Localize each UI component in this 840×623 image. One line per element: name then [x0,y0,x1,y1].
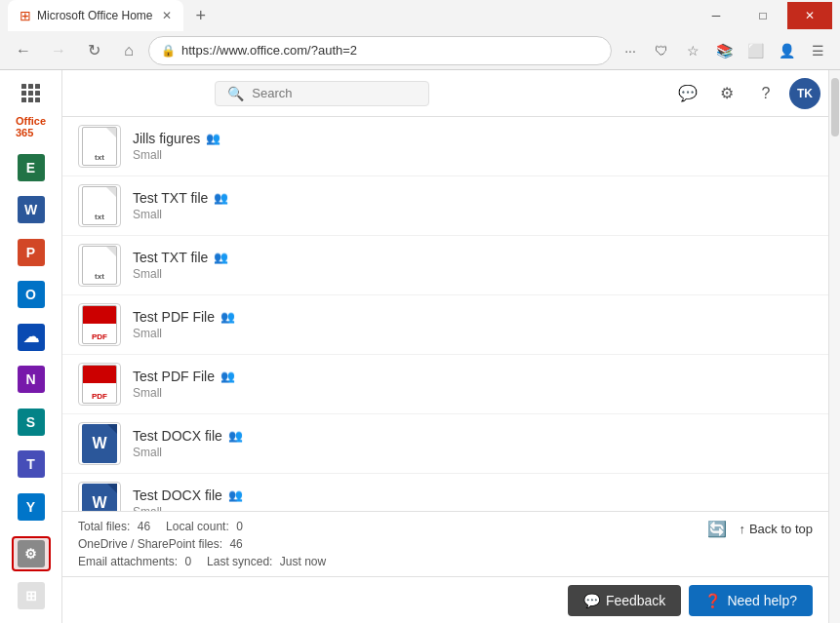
feedback-icon: 💬 [583,593,600,608]
need-help-button[interactable]: ❓ Need help? [689,585,813,616]
tab-favicon: ⊞ [20,8,31,23]
file-icon: W [78,482,121,511]
header-icons: 💬 ⚙ ? TK [672,78,820,109]
sidebar-app-excel[interactable]: E [12,150,51,185]
last-synced-label: Last synced: Just now [207,555,326,568]
minimize-button[interactable]: ─ [694,2,739,29]
browser-view-button[interactable]: ⬜ [740,36,770,65]
txt-file-icon: txt [82,246,117,285]
profile-button[interactable]: 👤 [772,36,801,65]
sidebar-app-word[interactable]: W [12,192,51,227]
sidebar-app-powerpoint[interactable]: P [12,235,51,270]
bookmark-button[interactable]: ☆ [678,36,707,65]
file-item[interactable]: Test PDF File 👥 Small [62,295,828,355]
search-icon: 🔍 [227,86,244,101]
word-file-icon: W [82,424,117,463]
local-count-label: Local count: 0 [166,520,243,533]
help-button[interactable]: ? [750,78,781,109]
sidebar-app-dashboard[interactable]: ⊞ [12,579,51,614]
more-options-button[interactable]: ··· [616,36,645,65]
security-icon: 🔒 [161,44,176,58]
sidebar-app-yammer[interactable]: Y [12,489,51,525]
share-icon: 👥 [228,488,243,502]
main-content: 🔍 💬 ⚙ ? TK txt Jills [62,70,828,623]
outlook-icon: O [18,281,45,308]
pdf-file-icon [82,305,117,344]
collections-button[interactable]: 📚 [709,36,739,65]
word-file-icon: W [82,484,117,511]
home-button[interactable]: ⌂ [113,35,144,66]
file-name-text: Test PDF File [133,369,215,384]
tab-close-button[interactable]: ✕ [162,9,172,22]
feedback-button[interactable]: 💬 Feedback [568,585,681,616]
excel-icon: E [18,154,45,181]
file-info: Test DOCX file 👥 Small [133,487,813,511]
sidebar-app-outlook[interactable]: O [12,278,51,313]
file-name: Test TXT file 👥 [133,250,813,265]
back-to-top-arrow: ↑ [739,522,745,536]
sidebar-app-sharepoint[interactable]: S [12,405,51,440]
tab-title: Microsoft Office Home [37,9,152,22]
menu-button[interactable]: ☰ [803,36,832,65]
total-files-label: Total files: 46 [78,520,150,533]
share-icon: 👥 [206,132,220,145]
back-to-top-label: Back to top [749,522,813,536]
file-icon: txt [78,184,121,227]
maximize-button[interactable]: □ [740,2,785,29]
scroll-thumb[interactable] [831,78,839,136]
share-icon: 👥 [228,429,243,443]
file-item[interactable]: txt Test TXT file 👥 Small [62,176,828,236]
sidebar-app-teams[interactable]: T [12,448,51,483]
powerpoint-icon: P [18,239,45,266]
file-item[interactable]: txt Jills figures 👥 Small [62,117,828,176]
file-info: Test TXT file 👥 Small [133,190,813,221]
file-icon [78,363,121,406]
search-input[interactable] [252,86,408,100]
onenote-icon: N [18,366,45,393]
sidebar-app-onedrive[interactable]: ☁ [12,320,51,355]
scrollbar[interactable] [828,70,840,623]
office-logo: Office365 [16,115,46,138]
stats-line-1: Total files: 46 Local count: 0 [78,520,326,533]
app-container: Office365 E W P O ☁ N S T Y ⚙ [0,70,840,623]
settings-button[interactable]: ⚙ [711,78,742,109]
file-name-text: Test PDF File [133,309,215,325]
file-size: Small [133,208,813,221]
word-icon: W [18,196,45,223]
yammer-icon: Y [18,493,45,521]
app-top-bar: 🔍 💬 ⚙ ? TK [62,70,828,117]
refresh-button[interactable]: ↻ [78,35,109,66]
txt-file-icon: txt [82,127,117,166]
admin-icon: ⚙ [18,540,45,567]
forward-button[interactable]: → [43,35,74,66]
refresh-sync-button[interactable]: 🔄 [707,520,727,538]
shield-button[interactable]: 🛡 [647,36,676,65]
summary-stats: Total files: 46 Local count: 0 OneDrive … [78,520,326,568]
file-item[interactable]: Test PDF File 👥 Small [62,355,828,414]
file-item[interactable]: W Test DOCX file 👥 Small [62,474,828,511]
back-to-top-button[interactable]: ↑ Back to top [739,522,813,536]
sidebar-app-admin[interactable]: ⚙ [12,536,51,571]
tab-bar: ⊞ Microsoft Office Home ✕ + [8,0,214,31]
file-name: Test DOCX file 👥 [133,487,813,503]
sidebar: Office365 E W P O ☁ N S T Y ⚙ [0,70,62,623]
file-item[interactable]: W Test DOCX file 👥 Small [62,414,828,474]
file-item[interactable]: txt Test TXT file 👥 Small [62,236,828,295]
waffle-button[interactable] [14,78,49,109]
back-button[interactable]: ← [8,35,39,66]
sidebar-app-onenote[interactable]: N [12,363,51,398]
summary-content: Total files: 46 Local count: 0 OneDrive … [78,520,813,568]
message-button[interactable]: 💬 [672,78,703,109]
pdf-file-icon [82,365,117,404]
file-name: Test TXT file 👥 [133,190,813,206]
file-ext: txt [95,213,104,221]
new-tab-button[interactable]: + [187,6,214,26]
file-name: Test DOCX file 👥 [133,428,813,444]
user-avatar[interactable]: TK [789,78,820,109]
file-size: Small [133,327,813,340]
search-box[interactable]: 🔍 [215,81,429,106]
close-button[interactable]: ✕ [787,2,832,29]
active-tab[interactable]: ⊞ Microsoft Office Home ✕ [8,0,183,31]
address-bar[interactable]: 🔒 https://www.office.com/?auth=2 [148,36,612,65]
txt-file-icon: txt [82,186,117,225]
